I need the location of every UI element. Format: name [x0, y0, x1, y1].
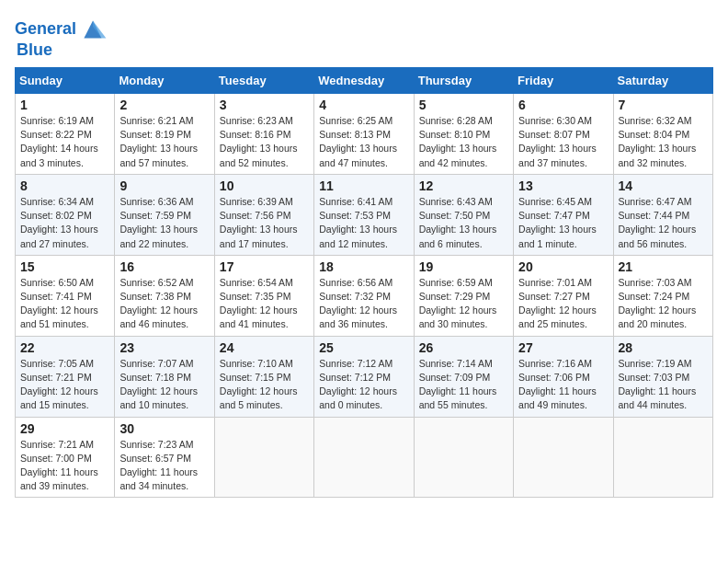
day-number: 26 [419, 340, 508, 355]
day-detail: Sunrise: 6:36 AM Sunset: 7:59 PM Dayligh… [119, 195, 209, 251]
weekday-header: Wednesday [314, 68, 414, 94]
day-number: 22 [20, 340, 109, 355]
logo-text: General [15, 20, 76, 39]
calendar-cell: 6Sunrise: 6:30 AM Sunset: 8:07 PM Daylig… [514, 94, 613, 175]
day-detail: Sunrise: 7:16 AM Sunset: 7:06 PM Dayligh… [518, 357, 608, 413]
day-number: 1 [20, 98, 109, 112]
day-number: 30 [119, 421, 209, 436]
day-detail: Sunrise: 6:25 AM Sunset: 8:13 PM Dayligh… [319, 114, 408, 170]
day-number: 28 [619, 340, 708, 355]
calendar-cell: 2Sunrise: 6:21 AM Sunset: 8:19 PM Daylig… [115, 94, 214, 175]
calendar-cell: 29Sunrise: 7:21 AM Sunset: 7:00 PM Dayli… [16, 417, 115, 498]
calendar-cell: 13Sunrise: 6:45 AM Sunset: 7:47 PM Dayli… [514, 174, 613, 255]
calendar-cell: 21Sunrise: 7:03 AM Sunset: 7:24 PM Dayli… [613, 255, 712, 336]
day-detail: Sunrise: 7:07 AM Sunset: 7:18 PM Dayligh… [119, 357, 209, 413]
calendar-cell: 7Sunrise: 6:32 AM Sunset: 8:04 PM Daylig… [613, 94, 712, 175]
logo: General Blue [15, 15, 108, 60]
day-number: 18 [319, 259, 408, 274]
day-number: 3 [220, 98, 309, 112]
day-number: 29 [20, 421, 109, 436]
day-detail: Sunrise: 6:30 AM Sunset: 8:07 PM Dayligh… [518, 114, 608, 170]
calendar-cell: 9Sunrise: 6:36 AM Sunset: 7:59 PM Daylig… [115, 174, 214, 255]
day-number: 5 [419, 98, 508, 112]
day-detail: Sunrise: 6:41 AM Sunset: 7:53 PM Dayligh… [319, 195, 408, 251]
day-detail: Sunrise: 7:12 AM Sunset: 7:12 PM Dayligh… [319, 357, 408, 413]
calendar-cell [314, 417, 414, 498]
day-number: 16 [119, 259, 209, 274]
calendar-header-row: SundayMondayTuesdayWednesdayThursdayFrid… [16, 68, 713, 94]
day-number: 21 [619, 259, 708, 274]
weekday-header: Friday [514, 68, 613, 94]
day-number: 13 [518, 178, 608, 193]
day-number: 20 [518, 259, 608, 274]
day-detail: Sunrise: 7:03 AM Sunset: 7:24 PM Dayligh… [619, 276, 708, 332]
calendar-cell: 23Sunrise: 7:07 AM Sunset: 7:18 PM Dayli… [115, 336, 214, 417]
calendar-cell: 18Sunrise: 6:56 AM Sunset: 7:32 PM Dayli… [314, 255, 414, 336]
day-detail: Sunrise: 6:28 AM Sunset: 8:10 PM Dayligh… [419, 114, 508, 170]
calendar-cell: 5Sunrise: 6:28 AM Sunset: 8:10 PM Daylig… [414, 94, 513, 175]
weekday-header: Saturday [613, 68, 712, 94]
day-number: 23 [119, 340, 209, 355]
calendar-week-row: 1Sunrise: 6:19 AM Sunset: 8:22 PM Daylig… [16, 94, 713, 175]
day-number: 4 [319, 98, 408, 112]
day-number: 24 [220, 340, 309, 355]
calendar-cell: 26Sunrise: 7:14 AM Sunset: 7:09 PM Dayli… [414, 336, 513, 417]
header: General Blue [15, 15, 713, 60]
day-number: 12 [419, 178, 508, 193]
day-number: 8 [20, 178, 109, 193]
calendar-cell: 27Sunrise: 7:16 AM Sunset: 7:06 PM Dayli… [514, 336, 613, 417]
day-number: 19 [419, 259, 508, 274]
day-detail: Sunrise: 6:23 AM Sunset: 8:16 PM Dayligh… [220, 114, 309, 170]
calendar-cell [613, 417, 712, 498]
calendar-cell: 12Sunrise: 6:43 AM Sunset: 7:50 PM Dayli… [414, 174, 513, 255]
calendar-table: SundayMondayTuesdayWednesdayThursdayFrid… [15, 67, 713, 498]
calendar-cell: 24Sunrise: 7:10 AM Sunset: 7:15 PM Dayli… [214, 336, 313, 417]
day-number: 10 [220, 178, 309, 193]
day-detail: Sunrise: 6:59 AM Sunset: 7:29 PM Dayligh… [419, 276, 508, 332]
calendar-cell: 19Sunrise: 6:59 AM Sunset: 7:29 PM Dayli… [414, 255, 513, 336]
day-detail: Sunrise: 7:14 AM Sunset: 7:09 PM Dayligh… [419, 357, 508, 413]
day-detail: Sunrise: 6:21 AM Sunset: 8:19 PM Dayligh… [119, 114, 209, 170]
calendar-cell: 28Sunrise: 7:19 AM Sunset: 7:03 PM Dayli… [613, 336, 712, 417]
calendar-cell [414, 417, 513, 498]
day-detail: Sunrise: 6:34 AM Sunset: 8:02 PM Dayligh… [20, 195, 109, 251]
day-detail: Sunrise: 6:19 AM Sunset: 8:22 PM Dayligh… [20, 114, 109, 170]
day-number: 14 [619, 178, 708, 193]
day-detail: Sunrise: 6:39 AM Sunset: 7:56 PM Dayligh… [220, 195, 309, 251]
day-detail: Sunrise: 7:19 AM Sunset: 7:03 PM Dayligh… [619, 357, 708, 413]
calendar-cell: 25Sunrise: 7:12 AM Sunset: 7:12 PM Dayli… [314, 336, 414, 417]
calendar-cell: 14Sunrise: 6:47 AM Sunset: 7:44 PM Dayli… [613, 174, 712, 255]
day-number: 25 [319, 340, 408, 355]
day-detail: Sunrise: 6:56 AM Sunset: 7:32 PM Dayligh… [319, 276, 408, 332]
day-detail: Sunrise: 6:47 AM Sunset: 7:44 PM Dayligh… [619, 195, 708, 251]
day-number: 6 [518, 98, 608, 112]
calendar-week-row: 29Sunrise: 7:21 AM Sunset: 7:00 PM Dayli… [16, 417, 713, 498]
calendar-week-row: 15Sunrise: 6:50 AM Sunset: 7:41 PM Dayli… [16, 255, 713, 336]
day-detail: Sunrise: 6:52 AM Sunset: 7:38 PM Dayligh… [119, 276, 209, 332]
day-detail: Sunrise: 7:10 AM Sunset: 7:15 PM Dayligh… [220, 357, 309, 413]
day-number: 15 [20, 259, 109, 274]
calendar-cell: 1Sunrise: 6:19 AM Sunset: 8:22 PM Daylig… [16, 94, 115, 175]
day-detail: Sunrise: 7:23 AM Sunset: 6:57 PM Dayligh… [119, 438, 209, 494]
day-number: 7 [619, 98, 708, 112]
calendar-cell: 4Sunrise: 6:25 AM Sunset: 8:13 PM Daylig… [314, 94, 414, 175]
calendar-cell: 17Sunrise: 6:54 AM Sunset: 7:35 PM Dayli… [214, 255, 313, 336]
calendar-cell [514, 417, 613, 498]
calendar-week-row: 22Sunrise: 7:05 AM Sunset: 7:21 PM Dayli… [16, 336, 713, 417]
logo-icon [78, 15, 108, 44]
day-detail: Sunrise: 6:43 AM Sunset: 7:50 PM Dayligh… [419, 195, 508, 251]
calendar-cell: 11Sunrise: 6:41 AM Sunset: 7:53 PM Dayli… [314, 174, 414, 255]
calendar-cell: 10Sunrise: 6:39 AM Sunset: 7:56 PM Dayli… [214, 174, 313, 255]
weekday-header: Sunday [16, 68, 115, 94]
day-detail: Sunrise: 6:54 AM Sunset: 7:35 PM Dayligh… [220, 276, 309, 332]
weekday-header: Thursday [414, 68, 513, 94]
day-number: 9 [119, 178, 209, 193]
day-detail: Sunrise: 6:50 AM Sunset: 7:41 PM Dayligh… [20, 276, 109, 332]
day-detail: Sunrise: 7:01 AM Sunset: 7:27 PM Dayligh… [518, 276, 608, 332]
calendar-cell: 16Sunrise: 6:52 AM Sunset: 7:38 PM Dayli… [115, 255, 214, 336]
calendar-cell: 20Sunrise: 7:01 AM Sunset: 7:27 PM Dayli… [514, 255, 613, 336]
day-detail: Sunrise: 6:32 AM Sunset: 8:04 PM Dayligh… [619, 114, 708, 170]
weekday-header: Monday [115, 68, 214, 94]
day-detail: Sunrise: 7:05 AM Sunset: 7:21 PM Dayligh… [20, 357, 109, 413]
day-detail: Sunrise: 6:45 AM Sunset: 7:47 PM Dayligh… [518, 195, 608, 251]
